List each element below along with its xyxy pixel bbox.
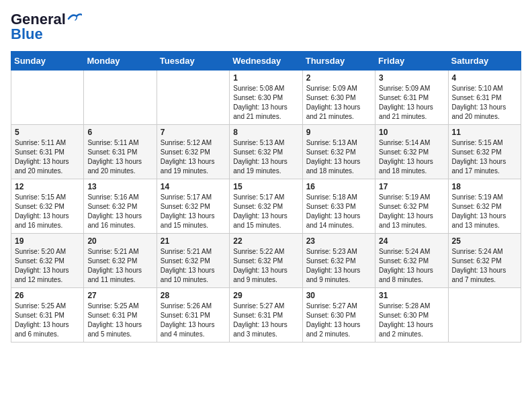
weekday-header-thursday: Thursday (302, 52, 375, 71)
day-number: 27 (87, 291, 152, 300)
calendar-row-0: 1Sunrise: 5:08 AM Sunset: 6:30 PM Daylig… (11, 71, 521, 125)
day-info: Sunrise: 5:17 AM Sunset: 6:32 PM Dayligh… (161, 193, 226, 230)
weekday-header-saturday: Saturday (448, 52, 521, 71)
logo-blue: Blue (11, 26, 43, 43)
day-number: 30 (306, 291, 371, 300)
calendar-table: SundayMondayTuesdayWednesdayThursdayFrid… (11, 51, 521, 342)
calendar-cell: 17Sunrise: 5:19 AM Sunset: 6:32 PM Dayli… (375, 179, 448, 234)
day-number: 5 (15, 128, 80, 137)
calendar-cell: 9Sunrise: 5:13 AM Sunset: 6:32 PM Daylig… (302, 125, 375, 179)
calendar-cell: 6Sunrise: 5:11 AM Sunset: 6:31 PM Daylig… (84, 125, 157, 179)
calendar-cell: 7Sunrise: 5:12 AM Sunset: 6:32 PM Daylig… (157, 125, 229, 179)
day-info: Sunrise: 5:20 AM Sunset: 6:32 PM Dayligh… (15, 247, 80, 285)
day-number: 26 (15, 291, 80, 300)
day-number: 3 (379, 73, 444, 83)
calendar-row-3: 19Sunrise: 5:20 AM Sunset: 6:32 PM Dayli… (11, 234, 521, 288)
calendar-cell (84, 71, 157, 125)
day-info: Sunrise: 5:10 AM Sunset: 6:31 PM Dayligh… (452, 84, 517, 122)
day-number: 4 (452, 73, 517, 83)
calendar-cell: 14Sunrise: 5:17 AM Sunset: 6:32 PM Dayli… (157, 179, 229, 234)
calendar-cell: 18Sunrise: 5:19 AM Sunset: 6:32 PM Dayli… (448, 179, 521, 234)
calendar-cell: 31Sunrise: 5:28 AM Sunset: 6:30 PM Dayli… (375, 288, 448, 342)
calendar-row-2: 12Sunrise: 5:15 AM Sunset: 6:32 PM Dayli… (11, 179, 521, 234)
day-number: 24 (379, 236, 444, 246)
weekday-header-sunday: Sunday (11, 52, 84, 71)
day-info: Sunrise: 5:27 AM Sunset: 6:30 PM Dayligh… (306, 302, 371, 339)
day-number: 29 (233, 291, 298, 300)
day-number: 7 (161, 128, 226, 137)
weekday-header-wednesday: Wednesday (230, 52, 302, 71)
day-info: Sunrise: 5:09 AM Sunset: 6:30 PM Dayligh… (306, 84, 371, 122)
calendar-cell (157, 71, 229, 125)
calendar-cell: 12Sunrise: 5:15 AM Sunset: 6:32 PM Dayli… (11, 179, 84, 234)
weekday-header-tuesday: Tuesday (157, 52, 229, 71)
day-info: Sunrise: 5:19 AM Sunset: 6:32 PM Dayligh… (452, 193, 517, 230)
calendar-cell: 15Sunrise: 5:17 AM Sunset: 6:32 PM Dayli… (230, 179, 302, 234)
calendar-cell: 30Sunrise: 5:27 AM Sunset: 6:30 PM Dayli… (302, 288, 375, 342)
calendar-cell (448, 288, 521, 342)
day-number: 9 (306, 128, 371, 137)
day-number: 12 (15, 182, 80, 191)
day-number: 28 (161, 291, 226, 300)
day-info: Sunrise: 5:24 AM Sunset: 6:32 PM Dayligh… (379, 247, 444, 285)
day-info: Sunrise: 5:17 AM Sunset: 6:32 PM Dayligh… (233, 193, 298, 230)
calendar-cell: 16Sunrise: 5:18 AM Sunset: 6:33 PM Dayli… (302, 179, 375, 234)
day-info: Sunrise: 5:24 AM Sunset: 6:32 PM Dayligh… (452, 247, 517, 285)
day-info: Sunrise: 5:21 AM Sunset: 6:32 PM Dayligh… (87, 247, 152, 285)
logo: General Blue (11, 11, 82, 43)
day-number: 13 (87, 182, 152, 191)
day-info: Sunrise: 5:22 AM Sunset: 6:32 PM Dayligh… (233, 247, 298, 285)
weekday-header-friday: Friday (375, 52, 448, 71)
day-number: 22 (233, 236, 298, 246)
day-info: Sunrise: 5:13 AM Sunset: 6:32 PM Dayligh… (306, 138, 371, 176)
day-info: Sunrise: 5:21 AM Sunset: 6:32 PM Dayligh… (161, 247, 226, 285)
calendar-cell: 22Sunrise: 5:22 AM Sunset: 6:32 PM Dayli… (230, 234, 302, 288)
day-info: Sunrise: 5:08 AM Sunset: 6:30 PM Dayligh… (233, 84, 298, 122)
day-number: 20 (87, 236, 152, 246)
calendar-row-4: 26Sunrise: 5:25 AM Sunset: 6:31 PM Dayli… (11, 288, 521, 342)
day-number: 18 (452, 182, 517, 191)
day-info: Sunrise: 5:19 AM Sunset: 6:32 PM Dayligh… (379, 193, 444, 230)
day-info: Sunrise: 5:25 AM Sunset: 6:31 PM Dayligh… (87, 302, 152, 339)
calendar-cell: 25Sunrise: 5:24 AM Sunset: 6:32 PM Dayli… (448, 234, 521, 288)
calendar-cell: 28Sunrise: 5:26 AM Sunset: 6:31 PM Dayli… (157, 288, 229, 342)
calendar-cell: 26Sunrise: 5:25 AM Sunset: 6:31 PM Dayli… (11, 288, 84, 342)
calendar-cell: 23Sunrise: 5:23 AM Sunset: 6:32 PM Dayli… (302, 234, 375, 288)
calendar-cell (11, 71, 84, 125)
day-number: 31 (379, 291, 444, 300)
day-info: Sunrise: 5:27 AM Sunset: 6:31 PM Dayligh… (233, 302, 298, 339)
day-number: 14 (161, 182, 226, 191)
day-number: 8 (233, 128, 298, 137)
calendar-row-1: 5Sunrise: 5:11 AM Sunset: 6:31 PM Daylig… (11, 125, 521, 179)
calendar-cell: 3Sunrise: 5:09 AM Sunset: 6:31 PM Daylig… (375, 71, 448, 125)
day-info: Sunrise: 5:11 AM Sunset: 6:31 PM Dayligh… (87, 138, 152, 176)
day-info: Sunrise: 5:26 AM Sunset: 6:31 PM Dayligh… (161, 302, 226, 339)
day-info: Sunrise: 5:28 AM Sunset: 6:30 PM Dayligh… (379, 302, 444, 339)
day-number: 25 (452, 236, 517, 246)
day-info: Sunrise: 5:09 AM Sunset: 6:31 PM Dayligh… (379, 84, 444, 122)
day-number: 2 (306, 73, 371, 83)
day-info: Sunrise: 5:16 AM Sunset: 6:32 PM Dayligh… (87, 193, 152, 230)
calendar-cell: 27Sunrise: 5:25 AM Sunset: 6:31 PM Dayli… (84, 288, 157, 342)
calendar-cell: 1Sunrise: 5:08 AM Sunset: 6:30 PM Daylig… (230, 71, 302, 125)
day-number: 1 (233, 73, 298, 83)
calendar-cell: 29Sunrise: 5:27 AM Sunset: 6:31 PM Dayli… (230, 288, 302, 342)
day-number: 19 (15, 236, 80, 246)
day-number: 10 (379, 128, 444, 137)
day-number: 16 (306, 182, 371, 191)
day-info: Sunrise: 5:12 AM Sunset: 6:32 PM Dayligh… (161, 138, 226, 176)
calendar-cell: 5Sunrise: 5:11 AM Sunset: 6:31 PM Daylig… (11, 125, 84, 179)
day-number: 23 (306, 236, 371, 246)
day-number: 6 (87, 128, 152, 137)
day-info: Sunrise: 5:15 AM Sunset: 6:32 PM Dayligh… (452, 138, 517, 176)
calendar-cell: 8Sunrise: 5:13 AM Sunset: 6:32 PM Daylig… (230, 125, 302, 179)
day-info: Sunrise: 5:23 AM Sunset: 6:32 PM Dayligh… (306, 247, 371, 285)
day-info: Sunrise: 5:13 AM Sunset: 6:32 PM Dayligh… (233, 138, 298, 176)
calendar-cell: 10Sunrise: 5:14 AM Sunset: 6:32 PM Dayli… (375, 125, 448, 179)
day-info: Sunrise: 5:14 AM Sunset: 6:32 PM Dayligh… (379, 138, 444, 176)
calendar-cell: 13Sunrise: 5:16 AM Sunset: 6:32 PM Dayli… (84, 179, 157, 234)
day-number: 21 (161, 236, 226, 246)
day-info: Sunrise: 5:11 AM Sunset: 6:31 PM Dayligh… (15, 138, 80, 176)
day-number: 17 (379, 182, 444, 191)
calendar-cell: 24Sunrise: 5:24 AM Sunset: 6:32 PM Dayli… (375, 234, 448, 288)
